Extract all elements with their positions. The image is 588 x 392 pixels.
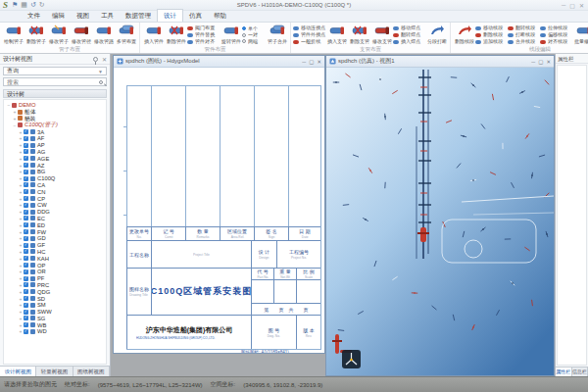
- ribbon-button-删除管子[interactable]: 删除管子: [24, 24, 47, 45]
- ribbon-button-修改管径[interactable]: 修改管径: [70, 24, 92, 45]
- 3d-window-titlebar[interactable]: spdhch (仿真) - 视图1 ─ ▢ ✕: [326, 56, 554, 68]
- ribbon-button-修改支管[interactable]: 修改支管: [370, 24, 393, 45]
- menu-tab-4[interactable]: 工具: [95, 10, 120, 22]
- checkbox-checked-icon[interactable]: [24, 243, 28, 248]
- ribbon-button-移动焊点[interactable]: 移动焊点: [393, 24, 425, 31]
- ribbon-button-多管布置[interactable]: 多管布置: [115, 24, 137, 45]
- maximize-icon[interactable]: ▢: [538, 58, 543, 66]
- minimize-icon[interactable]: ─: [562, 2, 565, 9]
- tree-item-BG[interactable]: +BG: [6, 169, 106, 175]
- drawing-sheet-canvas[interactable]: 更改单号No.记 号Comit数 量Remarks区域位置Area Ref.签 …: [114, 68, 324, 353]
- ribbon-button-插入管件[interactable]: 插入管件: [142, 24, 165, 45]
- menu-tab-2[interactable]: 编辑: [46, 10, 71, 22]
- tree-item-OP[interactable]: +OP: [6, 262, 106, 269]
- menu-tab-1[interactable]: 文件: [22, 10, 46, 22]
- search-input[interactable]: [7, 79, 99, 85]
- checkbox-checked-icon[interactable]: [24, 310, 28, 315]
- flag-icon[interactable]: ⚑: [12, 1, 18, 9]
- checkbox-checked-icon[interactable]: [24, 322, 28, 327]
- tree-item-SM[interactable]: +SM: [6, 302, 106, 309]
- 3d-view-window[interactable]: spdhch (仿真) - 视图1 ─ ▢ ✕: [325, 55, 555, 376]
- tree-item-KAH[interactable]: +KAH: [6, 255, 106, 262]
- checkbox-checked-icon[interactable]: [24, 316, 28, 320]
- ribbon-button-管件替换[interactable]: 管件替换: [187, 31, 220, 38]
- ribbon-button-拉伸线段[interactable]: 拉伸线段: [540, 24, 572, 31]
- tree-filter-combobox[interactable]: 查询 ▼: [3, 67, 107, 75]
- panel-tab-图纸树视图[interactable]: 图纸树视图: [74, 367, 110, 376]
- checkbox-checked-icon[interactable]: [24, 282, 28, 287]
- checkbox-checked-icon[interactable]: [24, 143, 28, 148]
- tree-item-AP[interactable]: +AP: [6, 142, 106, 149]
- panel-tab-轻量树视图[interactable]: 轻量树视图: [36, 367, 73, 376]
- checkbox-checked-icon[interactable]: [24, 249, 28, 254]
- ribbon-button-删除支管[interactable]: 删除支管: [348, 24, 370, 45]
- tree-item-CP[interactable]: +CP: [6, 195, 106, 202]
- ribbon-button-删除线段[interactable]: 删除线段: [475, 31, 508, 38]
- ribbon-button-批量修改[interactable]: 批量修改: [572, 24, 588, 45]
- panel-tab-信息栏[interactable]: 信息栏: [572, 368, 588, 376]
- ribbon-button-对齐线段[interactable]: 对齐线段: [540, 38, 572, 45]
- ribbon-button-插入焊点[interactable]: 插入焊点: [393, 38, 425, 45]
- 3d-viewport[interactable]: [326, 68, 554, 375]
- tree-item-FW[interactable]: +FW: [6, 228, 106, 235]
- minimize-icon[interactable]: ─: [531, 58, 535, 66]
- pin-icon[interactable]: [93, 57, 98, 62]
- checkbox-checked-icon[interactable]: [24, 189, 28, 194]
- minimize-icon[interactable]: ─: [302, 58, 306, 66]
- ribbon-button-管件对齐[interactable]: 管件对齐: [187, 38, 220, 45]
- ribbon-button-移动线段[interactable]: 移动线段: [475, 24, 508, 31]
- ribbon-button-分段打断[interactable]: 分段打断: [425, 24, 448, 45]
- checkbox-checked-icon[interactable]: [24, 229, 28, 234]
- checkbox-checked-icon[interactable]: [24, 263, 28, 268]
- ribbon-button-绘制管子[interactable]: 绘制管子: [2, 24, 24, 45]
- search-icon[interactable]: [99, 80, 103, 84]
- checkbox-checked-icon[interactable]: [24, 210, 28, 215]
- save-icon[interactable]: ▦: [21, 1, 27, 9]
- checkbox-checked-icon[interactable]: [24, 216, 28, 220]
- checkbox-checked-icon[interactable]: [24, 329, 28, 334]
- app-logo[interactable]: S: [3, 0, 8, 10]
- panel-tab-设计树视图[interactable]: 设计树视图: [0, 367, 36, 376]
- checkbox-checked-icon[interactable]: [24, 256, 28, 261]
- axis-triad-icon[interactable]: [342, 350, 361, 368]
- ribbon-button-翻转线段[interactable]: 翻转线段: [508, 24, 540, 31]
- tree-item-WD[interactable]: +WD: [6, 328, 106, 335]
- tree-item-GF[interactable]: +GF: [6, 242, 106, 249]
- menu-tab-3[interactable]: 视图: [71, 10, 95, 22]
- checkbox-checked-icon[interactable]: [24, 156, 28, 161]
- tree-item-WB[interactable]: +WB: [6, 321, 106, 328]
- tree-item-AF[interactable]: +AF: [6, 135, 106, 142]
- tree-item-CA[interactable]: +CA: [6, 182, 106, 189]
- close-icon[interactable]: ✕: [317, 58, 321, 66]
- ribbon-button-打断线段[interactable]: 打断线段: [508, 31, 540, 38]
- checkbox-checked-icon[interactable]: [24, 176, 28, 181]
- tree-item-CW[interactable]: +CW: [6, 202, 106, 209]
- tree-item-AGE[interactable]: +AGE: [6, 155, 106, 162]
- ribbon-button-移动连接点[interactable]: 移动连接点: [293, 24, 325, 31]
- tree-item-AG[interactable]: +AG: [6, 149, 106, 156]
- checkbox-checked-icon[interactable]: [24, 303, 28, 308]
- tree-item-OR[interactable]: +OR: [6, 269, 106, 275]
- ribbon-button-合并线段[interactable]: 合并线段: [508, 38, 540, 45]
- checkbox-checked-icon[interactable]: [24, 196, 28, 201]
- tree-item-ED[interactable]: +ED: [6, 221, 106, 228]
- tree-item-EC[interactable]: +EC: [6, 216, 106, 222]
- ribbon-button-一般折线[interactable]: 一般折线: [293, 38, 325, 45]
- tree-item-PF[interactable]: +PF: [6, 275, 106, 282]
- ribbon-button-追加线段[interactable]: 追加线段: [475, 38, 508, 45]
- checkbox-checked-icon[interactable]: [24, 149, 28, 154]
- tree-item-QDG[interactable]: +QDG: [6, 288, 106, 295]
- properties-panel-body[interactable]: [557, 65, 587, 366]
- checkbox-checked-icon[interactable]: [24, 276, 28, 281]
- redo-icon[interactable]: ↻: [39, 1, 45, 9]
- checkbox-checked-icon[interactable]: [24, 170, 28, 174]
- checkbox-checked-icon[interactable]: [24, 236, 28, 241]
- ribbon-button-偏移线段[interactable]: 偏移线段: [540, 31, 572, 38]
- menu-tab-5[interactable]: 数据管理: [120, 10, 157, 22]
- tree-item-DEMO[interactable]: −DEMO: [6, 102, 106, 109]
- tree-item-HC[interactable]: +HC: [6, 249, 106, 256]
- close-icon[interactable]: ✕: [102, 56, 107, 63]
- checkbox-checked-icon[interactable]: [24, 296, 28, 301]
- tree-item-CN[interactable]: +CN: [6, 188, 106, 195]
- ribbon-button-阀门布置[interactable]: 阀门布置: [187, 24, 220, 31]
